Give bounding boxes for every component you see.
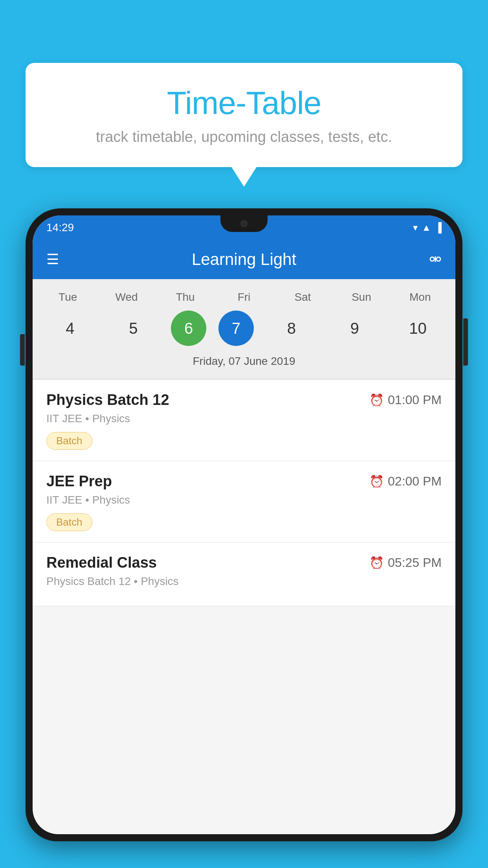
- menu-icon[interactable]: ☰: [46, 251, 59, 268]
- schedule-item-3-sub: Physics Batch 12 • Physics: [46, 575, 442, 588]
- schedule-item-1-title: Physics Batch 12: [46, 392, 169, 408]
- day-header-fri: Fri: [218, 291, 270, 303]
- status-icons: ▾ ▲ ▐: [413, 222, 442, 233]
- schedule-item-2[interactable]: JEE Prep ⏰ 02:00 PM IIT JEE • Physics Ba…: [33, 461, 455, 542]
- camera-dot: [240, 220, 248, 227]
- bubble-title: Time-Table: [49, 85, 439, 121]
- day-header-wed: Wed: [101, 291, 152, 303]
- schedule-item-2-title: JEE Prep: [46, 473, 112, 490]
- schedule-item-3-header: Remedial Class ⏰ 05:25 PM: [46, 554, 442, 571]
- day-header-sat: Sat: [277, 291, 328, 303]
- day-6-today[interactable]: 6: [171, 311, 206, 346]
- clock-icon-3: ⏰: [369, 556, 384, 570]
- schedule-item-2-time: ⏰ 02:00 PM: [369, 474, 442, 489]
- day-9[interactable]: 9: [329, 311, 380, 346]
- schedule-item-1[interactable]: Physics Batch 12 ⏰ 01:00 PM IIT JEE • Ph…: [33, 380, 455, 461]
- batch-badge-1: Batch: [46, 432, 92, 450]
- schedule-item-2-header: JEE Prep ⏰ 02:00 PM: [46, 473, 442, 490]
- day-header-tue: Tue: [42, 291, 94, 303]
- signal-icon: ▲: [422, 222, 431, 233]
- search-icon[interactable]: ⚮: [429, 251, 442, 268]
- schedule-item-1-sub: IIT JEE • Physics: [46, 412, 442, 425]
- day-5[interactable]: 5: [108, 311, 159, 346]
- bubble-subtitle: track timetable, upcoming classes, tests…: [49, 129, 439, 145]
- battery-icon: ▐: [435, 222, 442, 233]
- selected-date-label: Friday, 07 June 2019: [33, 352, 455, 375]
- batch-badge-2: Batch: [46, 513, 92, 531]
- day-10[interactable]: 10: [392, 311, 443, 346]
- status-time: 14:29: [46, 221, 74, 234]
- day-4[interactable]: 4: [44, 311, 95, 346]
- app-title: Learning Light: [71, 250, 417, 269]
- clock-icon-2: ⏰: [369, 474, 384, 488]
- schedule-item-3[interactable]: Remedial Class ⏰ 05:25 PM Physics Batch …: [33, 542, 455, 606]
- day-header-mon: Mon: [394, 291, 446, 303]
- phone-inner: 14:29 ▾ ▲ ▐ ☰ Learning Light ⚮ Tue Wed T…: [33, 215, 455, 834]
- day-header-sun: Sun: [336, 291, 387, 303]
- app-bar: ☰ Learning Light ⚮: [33, 240, 455, 279]
- schedule-list: Physics Batch 12 ⏰ 01:00 PM IIT JEE • Ph…: [33, 380, 455, 606]
- day-header-thu: Thu: [160, 291, 211, 303]
- wifi-icon: ▾: [413, 222, 418, 233]
- schedule-item-3-time: ⏰ 05:25 PM: [369, 555, 442, 570]
- speech-bubble-section: Time-Table track timetable, upcoming cla…: [26, 63, 462, 167]
- speech-bubble: Time-Table track timetable, upcoming cla…: [26, 63, 462, 167]
- clock-icon-1: ⏰: [369, 393, 384, 407]
- day-7-selected[interactable]: 7: [218, 311, 254, 346]
- phone-wrapper: 14:29 ▾ ▲ ▐ ☰ Learning Light ⚮ Tue Wed T…: [26, 208, 462, 868]
- day-header-row: Tue Wed Thu Fri Sat Sun Mon: [33, 287, 455, 307]
- notch: [220, 215, 268, 232]
- status-bar: 14:29 ▾ ▲ ▐: [33, 215, 455, 240]
- schedule-item-2-sub: IIT JEE • Physics: [46, 494, 442, 506]
- phone-outer: 14:29 ▾ ▲ ▐ ☰ Learning Light ⚮ Tue Wed T…: [26, 208, 462, 841]
- day-8[interactable]: 8: [266, 311, 317, 346]
- schedule-item-3-title: Remedial Class: [46, 554, 157, 571]
- schedule-item-1-header: Physics Batch 12 ⏰ 01:00 PM: [46, 392, 442, 408]
- calendar-section: Tue Wed Thu Fri Sat Sun Mon 4 5 6 7 8 9 …: [33, 279, 455, 379]
- schedule-item-1-time: ⏰ 01:00 PM: [369, 393, 442, 407]
- day-number-row: 4 5 6 7 8 9 10: [33, 307, 455, 352]
